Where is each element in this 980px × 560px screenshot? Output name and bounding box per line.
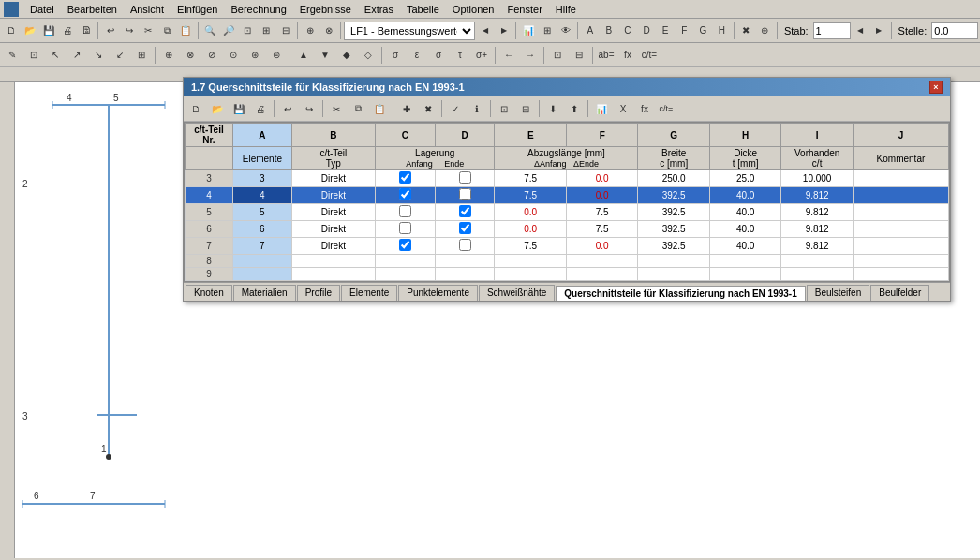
cell-elemente[interactable]: 6 [232, 221, 291, 238]
table-row[interactable]: 8 [186, 255, 949, 268]
prev-button[interactable]: ◀ [476, 21, 494, 41]
dlg-new-button[interactable]: 🗋 [186, 98, 206, 119]
cell-elemente[interactable] [232, 268, 291, 281]
cell-vorhanden[interactable]: 9.812 [781, 238, 853, 255]
tb2-btn8[interactable]: ⊕ [158, 45, 179, 66]
cell-typ[interactable]: Direkt [291, 238, 375, 255]
menu-hilfe[interactable]: Hilfe [550, 3, 582, 16]
tb2-btn14[interactable]: ▲ [293, 45, 314, 66]
cell-breite[interactable]: 392.5 [638, 187, 709, 204]
cell-breite[interactable]: 392.5 [638, 238, 709, 255]
print-preview-button[interactable]: 🖺 [77, 21, 95, 41]
tb2-btn19[interactable]: ε [407, 45, 427, 66]
tb2-btn10[interactable]: ⊘ [201, 45, 222, 66]
tab-elemente[interactable]: Elemente [341, 285, 397, 301]
table-container[interactable]: c/t-TeilNr. A B C D E F G H I J [184, 122, 950, 282]
tb2-btn12[interactable]: ⊛ [245, 45, 265, 66]
cell-kommentar[interactable] [853, 221, 948, 238]
dialog-title-bar[interactable]: 1.7 Querschnittsteile für Klassifizierun… [184, 78, 950, 96]
new-button[interactable]: 🗋 [2, 21, 20, 41]
dlg-filter-button[interactable]: ⊡ [494, 98, 514, 119]
stab-next[interactable]: ▶ [870, 21, 888, 41]
tb2-btn11[interactable]: ⊙ [223, 45, 244, 66]
cell-delta-ende[interactable] [566, 255, 637, 268]
tb-btn-extra2[interactable]: ⊗ [319, 21, 337, 41]
cell-anfang[interactable] [376, 221, 436, 238]
dlg-redo-button[interactable]: ↪ [299, 98, 319, 119]
zoom-in-button[interactable]: 🔍 [201, 21, 219, 41]
print-button[interactable]: 🖨 [58, 21, 76, 41]
tab-profile[interactable]: Profile [297, 285, 340, 301]
cell-typ[interactable]: Direkt [291, 187, 375, 204]
tb2-btn28[interactable]: fx [617, 45, 638, 66]
tb-btn-c[interactable]: C [618, 21, 636, 41]
menu-fenster[interactable]: Fenster [502, 3, 548, 16]
loadcase-dropdown[interactable]: LF1 - Bemessungswerte [344, 22, 475, 40]
tb2-btn20[interactable]: σ [428, 45, 449, 66]
cell-vorhanden[interactable] [781, 268, 853, 281]
cell-typ[interactable]: Direkt [291, 204, 375, 221]
tb2-btn6[interactable]: ↙ [110, 45, 130, 66]
cell-vorhanden[interactable]: 10.000 [781, 170, 853, 187]
tb2-btn29[interactable]: c/t= [639, 45, 660, 66]
tab-beulfelder[interactable]: Beulfelder [870, 285, 929, 301]
dlg-paste-button[interactable]: 📋 [369, 98, 390, 119]
table-button[interactable]: ⊞ [538, 21, 556, 41]
cell-typ[interactable] [291, 255, 375, 268]
dlg-print-button[interactable]: 🖨 [250, 98, 271, 119]
menu-bearbeiten[interactable]: Bearbeiten [62, 3, 123, 16]
dlg-cut-button[interactable]: ✂ [326, 98, 347, 119]
tb2-btn5[interactable]: ↘ [88, 45, 109, 66]
cell-breite[interactable]: 392.5 [638, 221, 709, 238]
dlg-info-button[interactable]: ℹ [467, 98, 487, 119]
dlg-undo-button[interactable]: ↩ [277, 98, 298, 119]
tb2-btn24[interactable]: → [520, 45, 541, 66]
cell-typ[interactable]: Direkt [291, 221, 375, 238]
cell-kommentar[interactable] [853, 238, 948, 255]
dlg-graph-button[interactable]: 📊 [591, 98, 612, 119]
cell-delta-anfang[interactable] [495, 255, 566, 268]
cell-anfang[interactable] [376, 204, 436, 221]
cell-kommentar[interactable] [853, 255, 948, 268]
tb2-btn3[interactable]: ↖ [45, 45, 66, 66]
tb-btn-x[interactable]: ✖ [737, 21, 755, 41]
cell-dicke[interactable]: 40.0 [709, 238, 780, 255]
cell-delta-anfang[interactable]: 0.0 [495, 221, 566, 238]
redo-button[interactable]: ↪ [120, 21, 138, 41]
cell-vorhanden[interactable] [781, 255, 853, 268]
tb-btn-h[interactable]: H [713, 21, 731, 41]
tb2-btn16[interactable]: ◆ [336, 45, 357, 66]
zoom-out-button[interactable]: 🔎 [220, 21, 238, 41]
cell-vorhanden[interactable]: 9.812 [781, 221, 853, 238]
tb2-btn2[interactable]: ⊡ [23, 45, 44, 66]
cell-ende[interactable] [435, 255, 495, 268]
dlg-copy-button[interactable]: ⧉ [348, 98, 368, 119]
tb2-btn17[interactable]: ◇ [358, 45, 379, 66]
tab-schweissnaehte[interactable]: Schweißnähte [479, 285, 555, 301]
tab-punktelemente[interactable]: Punktelemente [398, 285, 478, 301]
tb-btn-a[interactable]: A [581, 21, 599, 41]
cell-dicke[interactable]: 25.0 [709, 170, 780, 187]
cell-delta-ende[interactable]: 7.5 [566, 221, 637, 238]
cell-delta-ende[interactable]: 0.0 [566, 238, 637, 255]
cell-dicke[interactable] [709, 255, 780, 268]
tab-knoten[interactable]: Knoten [186, 285, 232, 301]
cell-ende[interactable] [435, 170, 495, 187]
cell-ende[interactable] [435, 221, 495, 238]
zoom-all-button[interactable]: ⊟ [276, 21, 294, 41]
cell-elemente[interactable]: 3 [232, 170, 291, 187]
cell-elemente[interactable]: 5 [232, 204, 291, 221]
dlg-ct-button[interactable]: c/t= [656, 98, 676, 119]
tb2-btn21[interactable]: τ [450, 45, 470, 66]
cell-delta-anfang[interactable]: 7.5 [495, 238, 566, 255]
view-button[interactable]: 👁 [557, 21, 574, 41]
cell-elemente[interactable] [232, 255, 291, 268]
table-row[interactable]: 55Direkt0.07.5392.540.09.812 [186, 204, 949, 221]
dlg-sort-button[interactable]: ⊟ [515, 98, 536, 119]
cell-delta-ende[interactable]: 7.5 [566, 204, 637, 221]
stelle-input[interactable] [931, 22, 978, 39]
table-row[interactable]: 77Direkt7.50.0392.540.09.812 [186, 238, 949, 255]
cell-kommentar[interactable] [853, 204, 948, 221]
cell-typ[interactable] [291, 268, 375, 281]
cell-delta-anfang[interactable]: 0.0 [495, 204, 566, 221]
